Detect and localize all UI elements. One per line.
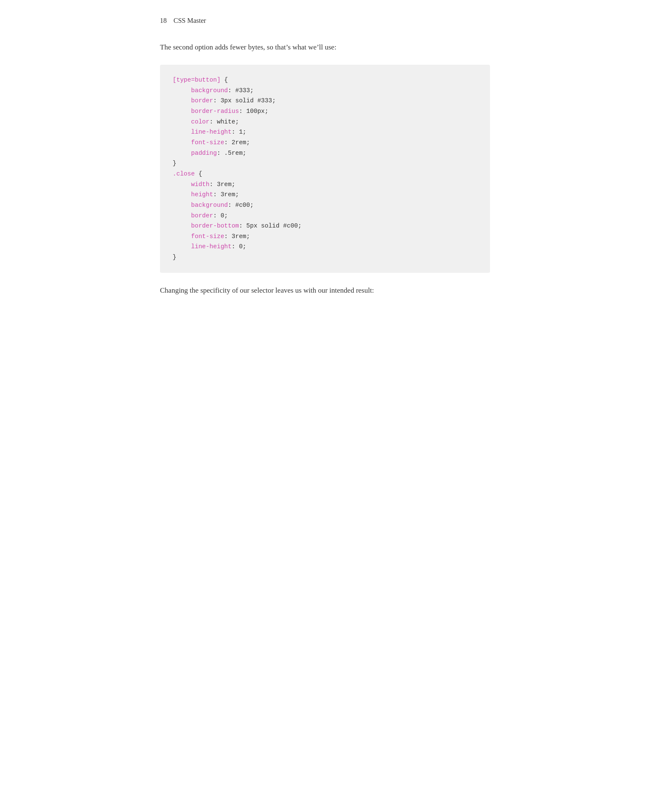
code-brace-1: { — [220, 77, 228, 83]
code-line-border: border: 3px solid #333; — [173, 97, 276, 104]
intro-text: The second option adds fewer bytes, so t… — [160, 41, 490, 53]
code-close-brace-1: } — [173, 160, 176, 167]
code-brace-2: { — [195, 170, 202, 177]
code-selector-2: .close — [173, 170, 195, 177]
page-title: CSS Master — [174, 17, 206, 25]
code-selector-1: [type=button] — [173, 77, 220, 83]
page-header: 18 CSS Master — [160, 17, 490, 25]
outro-text: Changing the specificity of our selector… — [160, 285, 490, 296]
code-line-background-2: background: #c00; — [173, 202, 253, 208]
code-line-line-height-2: line-height: 0; — [173, 243, 246, 250]
code-line-line-height: line-height: 1; — [173, 129, 246, 135]
code-line-border-bottom: border-bottom: 5px solid #c00; — [173, 222, 302, 229]
code-block: [type=button] { background: #333; border… — [160, 65, 490, 273]
code-line-color: color: white; — [173, 118, 239, 125]
code-line-background: background: #333; — [173, 87, 253, 94]
page-number: 18 — [160, 17, 167, 25]
code-line-border-radius: border-radius: 100px; — [173, 108, 268, 115]
code-line-padding: padding: .5rem; — [173, 150, 246, 156]
code-line-border-2: border: 0; — [173, 212, 228, 219]
code-line-font-size-2: font-size: 3rem; — [173, 233, 250, 240]
code-close-brace-2: } — [173, 254, 176, 261]
code-line-height: height: 3rem; — [173, 191, 239, 198]
code-line-font-size: font-size: 2rem; — [173, 139, 250, 146]
code-line-width: width: 3rem; — [173, 181, 235, 188]
page-container: 18 CSS Master The second option adds few… — [135, 0, 515, 325]
